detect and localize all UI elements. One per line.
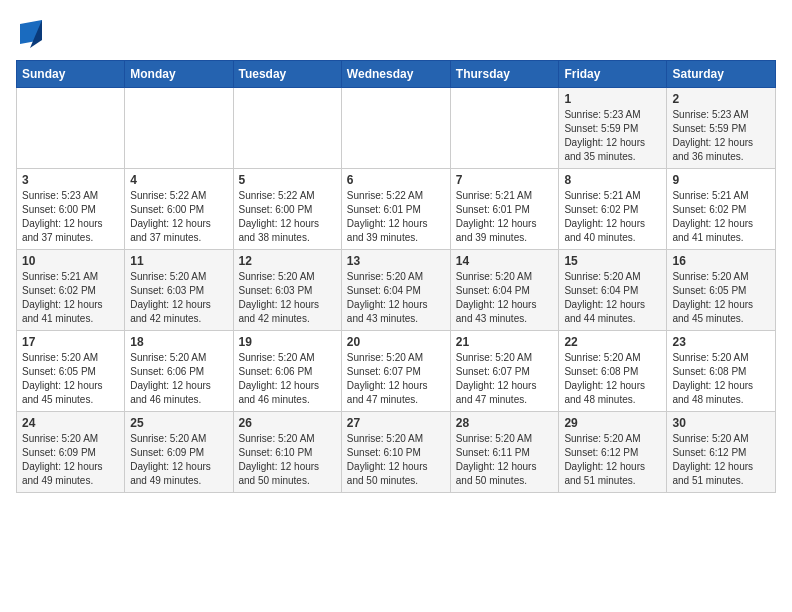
day-number: 5 bbox=[239, 173, 336, 187]
calendar-cell: 4Sunrise: 5:22 AM Sunset: 6:00 PM Daylig… bbox=[125, 169, 233, 250]
day-number: 12 bbox=[239, 254, 336, 268]
day-info: Sunrise: 5:20 AM Sunset: 6:04 PM Dayligh… bbox=[456, 270, 554, 326]
calendar-cell: 26Sunrise: 5:20 AM Sunset: 6:10 PM Dayli… bbox=[233, 412, 341, 493]
weekday-row: SundayMondayTuesdayWednesdayThursdayFrid… bbox=[17, 61, 776, 88]
weekday-header-monday: Monday bbox=[125, 61, 233, 88]
calendar-cell: 10Sunrise: 5:21 AM Sunset: 6:02 PM Dayli… bbox=[17, 250, 125, 331]
week-row-4: 24Sunrise: 5:20 AM Sunset: 6:09 PM Dayli… bbox=[17, 412, 776, 493]
day-info: Sunrise: 5:20 AM Sunset: 6:06 PM Dayligh… bbox=[130, 351, 227, 407]
day-number: 24 bbox=[22, 416, 119, 430]
day-number: 30 bbox=[672, 416, 770, 430]
calendar-cell: 7Sunrise: 5:21 AM Sunset: 6:01 PM Daylig… bbox=[450, 169, 559, 250]
calendar-cell: 14Sunrise: 5:20 AM Sunset: 6:04 PM Dayli… bbox=[450, 250, 559, 331]
calendar-table: SundayMondayTuesdayWednesdayThursdayFrid… bbox=[16, 60, 776, 493]
day-info: Sunrise: 5:21 AM Sunset: 6:02 PM Dayligh… bbox=[22, 270, 119, 326]
day-info: Sunrise: 5:20 AM Sunset: 6:12 PM Dayligh… bbox=[672, 432, 770, 488]
calendar-cell: 29Sunrise: 5:20 AM Sunset: 6:12 PM Dayli… bbox=[559, 412, 667, 493]
day-info: Sunrise: 5:21 AM Sunset: 6:01 PM Dayligh… bbox=[456, 189, 554, 245]
calendar-cell: 17Sunrise: 5:20 AM Sunset: 6:05 PM Dayli… bbox=[17, 331, 125, 412]
calendar-cell: 25Sunrise: 5:20 AM Sunset: 6:09 PM Dayli… bbox=[125, 412, 233, 493]
day-info: Sunrise: 5:20 AM Sunset: 6:10 PM Dayligh… bbox=[239, 432, 336, 488]
week-row-3: 17Sunrise: 5:20 AM Sunset: 6:05 PM Dayli… bbox=[17, 331, 776, 412]
calendar-cell: 21Sunrise: 5:20 AM Sunset: 6:07 PM Dayli… bbox=[450, 331, 559, 412]
day-number: 7 bbox=[456, 173, 554, 187]
calendar-cell bbox=[233, 88, 341, 169]
day-number: 4 bbox=[130, 173, 227, 187]
page-header bbox=[16, 16, 776, 48]
day-number: 13 bbox=[347, 254, 445, 268]
calendar-cell: 9Sunrise: 5:21 AM Sunset: 6:02 PM Daylig… bbox=[667, 169, 776, 250]
calendar-cell: 2Sunrise: 5:23 AM Sunset: 5:59 PM Daylig… bbox=[667, 88, 776, 169]
day-info: Sunrise: 5:20 AM Sunset: 6:12 PM Dayligh… bbox=[564, 432, 661, 488]
week-row-1: 3Sunrise: 5:23 AM Sunset: 6:00 PM Daylig… bbox=[17, 169, 776, 250]
day-info: Sunrise: 5:23 AM Sunset: 5:59 PM Dayligh… bbox=[564, 108, 661, 164]
calendar-cell: 1Sunrise: 5:23 AM Sunset: 5:59 PM Daylig… bbox=[559, 88, 667, 169]
day-number: 16 bbox=[672, 254, 770, 268]
day-info: Sunrise: 5:23 AM Sunset: 5:59 PM Dayligh… bbox=[672, 108, 770, 164]
day-info: Sunrise: 5:22 AM Sunset: 6:00 PM Dayligh… bbox=[130, 189, 227, 245]
day-number: 23 bbox=[672, 335, 770, 349]
calendar-cell: 20Sunrise: 5:20 AM Sunset: 6:07 PM Dayli… bbox=[341, 331, 450, 412]
calendar-header: SundayMondayTuesdayWednesdayThursdayFrid… bbox=[17, 61, 776, 88]
calendar-cell: 19Sunrise: 5:20 AM Sunset: 6:06 PM Dayli… bbox=[233, 331, 341, 412]
day-info: Sunrise: 5:20 AM Sunset: 6:06 PM Dayligh… bbox=[239, 351, 336, 407]
day-info: Sunrise: 5:20 AM Sunset: 6:03 PM Dayligh… bbox=[130, 270, 227, 326]
calendar-cell: 13Sunrise: 5:20 AM Sunset: 6:04 PM Dayli… bbox=[341, 250, 450, 331]
calendar-cell bbox=[17, 88, 125, 169]
calendar-cell: 23Sunrise: 5:20 AM Sunset: 6:08 PM Dayli… bbox=[667, 331, 776, 412]
calendar-cell bbox=[450, 88, 559, 169]
calendar-cell: 18Sunrise: 5:20 AM Sunset: 6:06 PM Dayli… bbox=[125, 331, 233, 412]
day-info: Sunrise: 5:20 AM Sunset: 6:05 PM Dayligh… bbox=[672, 270, 770, 326]
day-info: Sunrise: 5:20 AM Sunset: 6:09 PM Dayligh… bbox=[130, 432, 227, 488]
calendar-cell: 30Sunrise: 5:20 AM Sunset: 6:12 PM Dayli… bbox=[667, 412, 776, 493]
day-info: Sunrise: 5:22 AM Sunset: 6:01 PM Dayligh… bbox=[347, 189, 445, 245]
day-info: Sunrise: 5:20 AM Sunset: 6:10 PM Dayligh… bbox=[347, 432, 445, 488]
week-row-0: 1Sunrise: 5:23 AM Sunset: 5:59 PM Daylig… bbox=[17, 88, 776, 169]
calendar-cell: 11Sunrise: 5:20 AM Sunset: 6:03 PM Dayli… bbox=[125, 250, 233, 331]
day-info: Sunrise: 5:20 AM Sunset: 6:08 PM Dayligh… bbox=[564, 351, 661, 407]
day-number: 2 bbox=[672, 92, 770, 106]
day-number: 26 bbox=[239, 416, 336, 430]
day-info: Sunrise: 5:20 AM Sunset: 6:08 PM Dayligh… bbox=[672, 351, 770, 407]
day-number: 27 bbox=[347, 416, 445, 430]
day-number: 19 bbox=[239, 335, 336, 349]
day-number: 29 bbox=[564, 416, 661, 430]
day-info: Sunrise: 5:20 AM Sunset: 6:04 PM Dayligh… bbox=[564, 270, 661, 326]
day-info: Sunrise: 5:21 AM Sunset: 6:02 PM Dayligh… bbox=[672, 189, 770, 245]
day-number: 8 bbox=[564, 173, 661, 187]
day-number: 20 bbox=[347, 335, 445, 349]
day-number: 22 bbox=[564, 335, 661, 349]
day-info: Sunrise: 5:22 AM Sunset: 6:00 PM Dayligh… bbox=[239, 189, 336, 245]
week-row-2: 10Sunrise: 5:21 AM Sunset: 6:02 PM Dayli… bbox=[17, 250, 776, 331]
day-number: 1 bbox=[564, 92, 661, 106]
calendar-cell: 8Sunrise: 5:21 AM Sunset: 6:02 PM Daylig… bbox=[559, 169, 667, 250]
calendar-cell: 27Sunrise: 5:20 AM Sunset: 6:10 PM Dayli… bbox=[341, 412, 450, 493]
calendar-cell: 24Sunrise: 5:20 AM Sunset: 6:09 PM Dayli… bbox=[17, 412, 125, 493]
day-number: 11 bbox=[130, 254, 227, 268]
calendar-cell: 28Sunrise: 5:20 AM Sunset: 6:11 PM Dayli… bbox=[450, 412, 559, 493]
day-number: 25 bbox=[130, 416, 227, 430]
day-number: 9 bbox=[672, 173, 770, 187]
day-info: Sunrise: 5:20 AM Sunset: 6:05 PM Dayligh… bbox=[22, 351, 119, 407]
calendar-cell bbox=[125, 88, 233, 169]
calendar-cell: 3Sunrise: 5:23 AM Sunset: 6:00 PM Daylig… bbox=[17, 169, 125, 250]
weekday-header-sunday: Sunday bbox=[17, 61, 125, 88]
day-number: 18 bbox=[130, 335, 227, 349]
day-number: 21 bbox=[456, 335, 554, 349]
day-number: 10 bbox=[22, 254, 119, 268]
weekday-header-tuesday: Tuesday bbox=[233, 61, 341, 88]
calendar-body: 1Sunrise: 5:23 AM Sunset: 5:59 PM Daylig… bbox=[17, 88, 776, 493]
day-number: 17 bbox=[22, 335, 119, 349]
day-info: Sunrise: 5:20 AM Sunset: 6:09 PM Dayligh… bbox=[22, 432, 119, 488]
day-info: Sunrise: 5:21 AM Sunset: 6:02 PM Dayligh… bbox=[564, 189, 661, 245]
day-number: 28 bbox=[456, 416, 554, 430]
day-info: Sunrise: 5:20 AM Sunset: 6:07 PM Dayligh… bbox=[347, 351, 445, 407]
day-info: Sunrise: 5:20 AM Sunset: 6:07 PM Dayligh… bbox=[456, 351, 554, 407]
weekday-header-wednesday: Wednesday bbox=[341, 61, 450, 88]
day-number: 14 bbox=[456, 254, 554, 268]
weekday-header-friday: Friday bbox=[559, 61, 667, 88]
calendar-cell: 22Sunrise: 5:20 AM Sunset: 6:08 PM Dayli… bbox=[559, 331, 667, 412]
calendar-cell: 5Sunrise: 5:22 AM Sunset: 6:00 PM Daylig… bbox=[233, 169, 341, 250]
calendar-cell: 12Sunrise: 5:20 AM Sunset: 6:03 PM Dayli… bbox=[233, 250, 341, 331]
weekday-header-saturday: Saturday bbox=[667, 61, 776, 88]
